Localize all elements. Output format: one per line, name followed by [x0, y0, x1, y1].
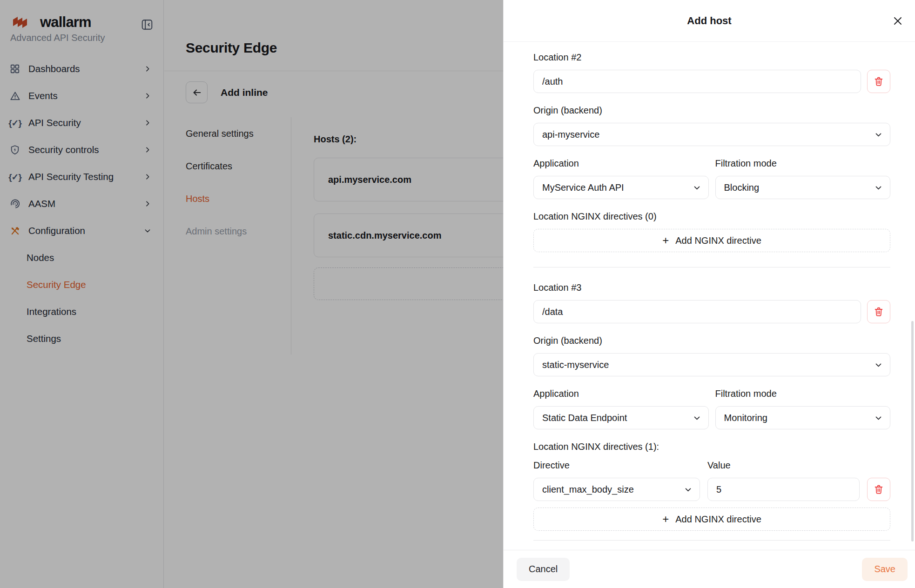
plus-icon: + [662, 235, 669, 246]
section-divider [533, 267, 890, 267]
filtration-mode-select[interactable]: Blocking [715, 176, 891, 199]
application-select-value: MyService Auth API [542, 182, 624, 193]
section-divider [533, 540, 890, 541]
directives-count-label: Location NGINX directives (1): [533, 441, 890, 453]
drawer-footer: Cancel Save [504, 550, 915, 588]
location-path-input[interactable] [533, 70, 861, 93]
application-label: Application [533, 388, 709, 400]
application-select[interactable]: MyService Auth API [533, 176, 709, 199]
trash-icon [874, 484, 884, 494]
directives-count-label: Location NGINX directives (0) [533, 210, 890, 222]
origin-label: Origin (backend) [533, 334, 890, 347]
save-button[interactable]: Save [862, 558, 908, 581]
plus-icon: + [662, 514, 669, 525]
chevron-down-icon [875, 131, 882, 139]
chevron-down-icon [684, 486, 692, 494]
delete-location-button[interactable] [867, 70, 890, 93]
directive-column-label: Directive [533, 459, 700, 471]
chevron-down-icon [875, 414, 882, 422]
chevron-down-icon [693, 184, 701, 192]
value-column-label: Value [707, 459, 860, 471]
application-label: Application [533, 157, 709, 169]
filtration-mode-label: Filtration mode [715, 388, 891, 400]
directive-value-input[interactable] [707, 478, 860, 501]
add-host-drawer: Add host Location #2 Origin (backend) ap… [503, 0, 915, 588]
application-select[interactable]: Static Data Endpoint [533, 406, 709, 429]
trash-icon [874, 307, 884, 317]
delete-directive-button[interactable] [867, 478, 890, 501]
drawer-title: Add host [687, 15, 731, 27]
directive-select[interactable]: client_max_body_size [533, 478, 700, 501]
add-nginx-directive-button[interactable]: + Add NGINX directive [533, 508, 890, 531]
filtration-mode-select-value: Blocking [724, 182, 760, 193]
origin-select-value: static-myservice [542, 360, 609, 370]
location-path-input[interactable] [533, 300, 861, 323]
close-icon [892, 15, 903, 27]
filtration-mode-label: Filtration mode [715, 157, 891, 169]
drawer-header: Add host [504, 0, 915, 42]
add-nginx-directive-label: Add NGINX directive [675, 514, 761, 525]
chevron-down-icon [875, 184, 882, 192]
add-nginx-directive-button[interactable]: + Add NGINX directive [533, 229, 890, 252]
add-nginx-directive-label: Add NGINX directive [675, 235, 761, 246]
application-select-value: Static Data Endpoint [542, 413, 627, 423]
drawer-body: Location #2 Origin (backend) api-myservi… [504, 42, 915, 550]
directive-select-value: client_max_body_size [542, 484, 634, 495]
cancel-button[interactable]: Cancel [517, 558, 570, 581]
location-heading: Location #2 [533, 51, 890, 63]
location-heading: Location #3 [533, 281, 890, 294]
chevron-down-icon [875, 361, 882, 369]
close-button[interactable] [891, 14, 905, 28]
origin-select[interactable]: static-myservice [533, 353, 890, 376]
origin-label: Origin (backend) [533, 104, 890, 116]
delete-location-button[interactable] [867, 300, 890, 323]
filtration-mode-select-value: Monitoring [724, 413, 767, 423]
origin-select-value: api-myservice [542, 129, 599, 140]
chevron-down-icon [693, 414, 701, 422]
trash-icon [874, 76, 884, 87]
filtration-mode-select[interactable]: Monitoring [715, 406, 891, 429]
scrollbar-thumb[interactable] [911, 321, 914, 541]
origin-select[interactable]: api-myservice [533, 123, 890, 146]
